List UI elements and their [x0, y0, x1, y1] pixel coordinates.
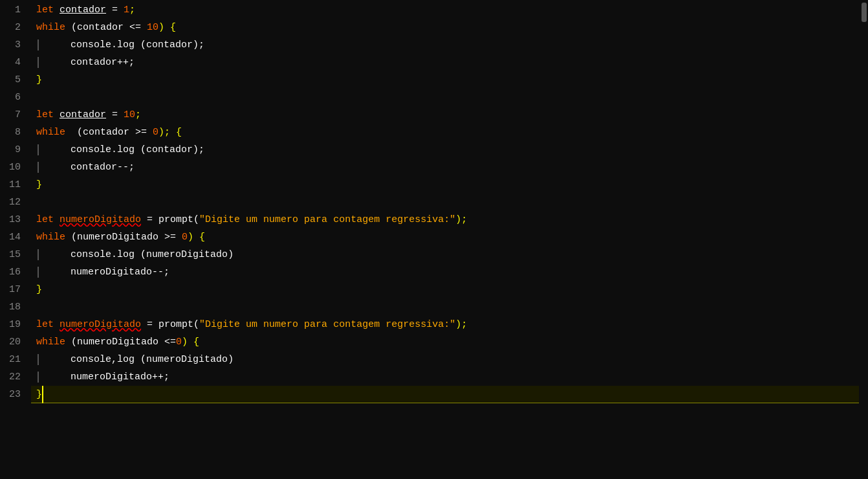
line-number: 1 [0, 1, 31, 19]
line-numbers: 1234567891011121314151617181920212223 [0, 0, 31, 479]
line-number: 15 [0, 246, 31, 263]
code-line: } [31, 281, 859, 298]
code-line: let contador = 1; [31, 1, 859, 19]
line-number: 20 [0, 333, 31, 351]
line-number: 3 [0, 36, 31, 54]
code-line: contador++; [31, 54, 859, 71]
scrollbar[interactable] [859, 0, 868, 479]
code-line [31, 89, 859, 106]
line-number: 18 [0, 298, 31, 316]
code-line: let contador = 10; [31, 106, 859, 124]
code-line: console.log (numeroDigitado) [31, 246, 859, 263]
code-line: } [31, 176, 859, 194]
line-number: 14 [0, 228, 31, 246]
code-line: console.log (contador); [31, 141, 859, 159]
code-line: } [31, 386, 859, 403]
line-number: 10 [0, 159, 31, 176]
code-line: console.log (contador); [31, 36, 859, 54]
line-number: 8 [0, 124, 31, 141]
code-line: while (numeroDigitado <=0) { [31, 333, 859, 351]
line-number: 12 [0, 194, 31, 211]
line-number: 21 [0, 351, 31, 368]
code-line: numeroDigitado++; [31, 368, 859, 386]
line-number: 7 [0, 106, 31, 124]
line-number: 22 [0, 368, 31, 386]
code-line: numeroDigitado--; [31, 263, 859, 281]
code-editor[interactable]: 1234567891011121314151617181920212223 le… [0, 0, 868, 479]
code-line: while (contador <= 10) { [31, 19, 859, 36]
code-line: let numeroDigitado = prompt("Digite um n… [31, 316, 859, 333]
code-line: } [31, 71, 859, 89]
code-line: while (contador >= 0); { [31, 124, 859, 141]
code-line: console,log (numeroDigitado) [31, 351, 859, 368]
code-content[interactable]: let contador = 1;while (contador <= 10) … [31, 0, 859, 479]
line-number: 2 [0, 19, 31, 36]
code-line: contador--; [31, 159, 859, 176]
code-line [31, 194, 859, 211]
line-number: 5 [0, 71, 31, 89]
line-number: 13 [0, 211, 31, 228]
code-line: let numeroDigitado = prompt("Digite um n… [31, 211, 859, 228]
line-number: 23 [0, 386, 31, 403]
code-line [31, 298, 859, 316]
line-number: 4 [0, 54, 31, 71]
line-number: 16 [0, 263, 31, 281]
line-number: 6 [0, 89, 31, 106]
line-number: 19 [0, 316, 31, 333]
code-line: while (numeroDigitado >= 0) { [31, 228, 859, 246]
scrollbar-thumb[interactable] [862, 3, 867, 22]
line-number: 11 [0, 176, 31, 194]
line-number: 9 [0, 141, 31, 159]
line-number: 17 [0, 281, 31, 298]
